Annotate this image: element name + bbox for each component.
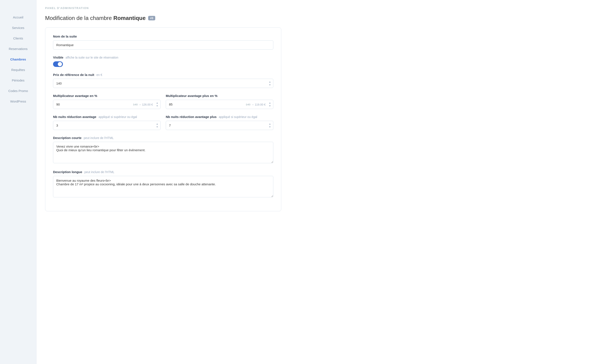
prix-hint: en € xyxy=(96,73,102,77)
mult-avantage-up-btn[interactable]: ▲ xyxy=(155,102,159,104)
visible-label-wrap: Visible affiche la suite sur le site de … xyxy=(53,56,273,59)
mult-avantage-plus-up-btn[interactable]: ▲ xyxy=(268,102,272,104)
nb-nuits-input-wrap: ▲ ▼ xyxy=(53,121,161,130)
desc-courte-textarea[interactable]: Venez vivre une romance<br> Quoi de mieu… xyxy=(53,142,273,163)
mult-avantage-plus-down-btn[interactable]: ▼ xyxy=(268,105,272,107)
form-card: Nom de la suite Visible affiche la suite… xyxy=(45,27,281,211)
mult-avantage-plus-group: Multiplicateur avantage plus en % 140 → … xyxy=(166,94,273,109)
nb-nuits-row: Nb nuits réduction avantage appliqué si … xyxy=(53,115,273,136)
mult-avantage-plus-input[interactable] xyxy=(166,100,273,109)
sidebar-item-chambres[interactable]: Chambres xyxy=(0,55,36,64)
nb-nuits-label: Nb nuits réduction avantage appliqué si … xyxy=(53,115,161,119)
nb-nuits-plus-spinner: ▲ ▼ xyxy=(268,123,272,128)
nb-nuits-plus-hint: appliqué si supérieur ou égal xyxy=(219,115,257,119)
mult-avantage-plus-spinner: ▲ ▼ xyxy=(268,102,272,107)
nb-nuits-plus-input-wrap: ▲ ▼ xyxy=(166,121,273,130)
visible-group: Visible affiche la suite sur le site de … xyxy=(53,56,273,67)
visible-toggle[interactable] xyxy=(53,61,273,67)
sidebar-item-wordpress[interactable]: WordPress xyxy=(0,97,36,106)
nom-input[interactable] xyxy=(53,40,273,49)
nb-nuits-down-btn[interactable]: ▼ xyxy=(155,126,159,128)
mult-avantage-label: Multiplicateur avantage en % xyxy=(53,94,161,97)
nb-nuits-spinner: ▲ ▼ xyxy=(155,123,159,128)
sidebar-item-periodes[interactable]: Périodes xyxy=(0,76,36,85)
desc-courte-hint: peut inclure de l'HTML xyxy=(84,136,114,140)
prix-up-btn[interactable]: ▲ xyxy=(268,81,272,83)
desc-longue-label: Description longue peut inclure de l'HTM… xyxy=(53,170,273,174)
nb-nuits-up-btn[interactable]: ▲ xyxy=(155,123,159,125)
prix-down-btn[interactable]: ▼ xyxy=(268,84,272,86)
mult-avantage-group: Multiplicateur avantage en % 140 → 126.0… xyxy=(53,94,161,109)
visible-label: Visible xyxy=(53,56,63,59)
nb-nuits-plus-up-btn[interactable]: ▲ xyxy=(268,123,272,125)
visible-hint: affiche la suite sur le site de réservat… xyxy=(65,56,118,59)
page-heading: Modification de la chambre Romantique #3 xyxy=(45,15,595,22)
main-content: PANEL D'ADMINISTRATION Modification de l… xyxy=(37,0,604,364)
mult-avantage-plus-label: Multiplicateur avantage plus en % xyxy=(166,94,273,97)
nb-nuits-plus-group: Nb nuits réduction avantage plus appliqu… xyxy=(166,115,273,130)
nb-nuits-input[interactable] xyxy=(53,121,161,130)
sidebar-item-accueil[interactable]: Accueil xyxy=(0,13,36,22)
mult-avantage-spinner: ▲ ▼ xyxy=(155,102,159,107)
sidebar-item-codes-promo[interactable]: Codes Promo xyxy=(0,86,36,95)
sidebar: Accueil Services Clients Reservations Ch… xyxy=(0,0,37,364)
desc-longue-hint: peut inclure de l'HTML xyxy=(84,170,114,174)
panel-title: PANEL D'ADMINISTRATION xyxy=(45,6,595,10)
mult-avantage-input-wrap: 140 → 126.00 € ▲ ▼ xyxy=(53,100,161,109)
prix-spinner: ▲ ▼ xyxy=(268,81,272,86)
nb-nuits-hint: appliqué si supérieur ou égal xyxy=(99,115,137,119)
sidebar-item-reservations[interactable]: Reservations xyxy=(0,44,36,53)
desc-longue-textarea[interactable]: Bienvenue au royaume des fleurs<br> Cham… xyxy=(53,176,273,197)
mult-avantage-plus-input-wrap: 140 → 119.00 € ▲ ▼ xyxy=(166,100,273,109)
multiplicateurs-row: Multiplicateur avantage en % 140 → 126.0… xyxy=(53,94,273,115)
prix-input-wrap: ▲ ▼ xyxy=(53,79,273,88)
mult-avantage-input[interactable] xyxy=(53,100,161,109)
mult-avantage-down-btn[interactable]: ▼ xyxy=(155,105,159,107)
prix-group: Prix de référence de la nuit en € ▲ ▼ xyxy=(53,73,273,88)
desc-longue-group: Description longue peut inclure de l'HTM… xyxy=(53,170,273,198)
nom-label: Nom de la suite xyxy=(53,35,273,38)
sidebar-item-clients[interactable]: Clients xyxy=(0,34,36,43)
sidebar-item-services[interactable]: Services xyxy=(0,23,36,32)
nb-nuits-plus-label: Nb nuits réduction avantage plus appliqu… xyxy=(166,115,273,119)
nom-group: Nom de la suite xyxy=(53,35,273,49)
page-heading-text: Modification de la chambre Romantique xyxy=(45,15,146,22)
prix-input[interactable] xyxy=(53,79,273,88)
prix-label: Prix de référence de la nuit en € xyxy=(53,73,273,77)
sidebar-item-requetes[interactable]: Requêtes xyxy=(0,65,36,74)
desc-courte-label: Description courte peut inclure de l'HTM… xyxy=(53,136,273,140)
nb-nuits-group: Nb nuits réduction avantage appliqué si … xyxy=(53,115,161,130)
room-badge: #3 xyxy=(148,16,155,20)
nb-nuits-plus-input[interactable] xyxy=(166,121,273,130)
desc-courte-group: Description courte peut inclure de l'HTM… xyxy=(53,136,273,164)
nb-nuits-plus-down-btn[interactable]: ▼ xyxy=(268,126,272,128)
